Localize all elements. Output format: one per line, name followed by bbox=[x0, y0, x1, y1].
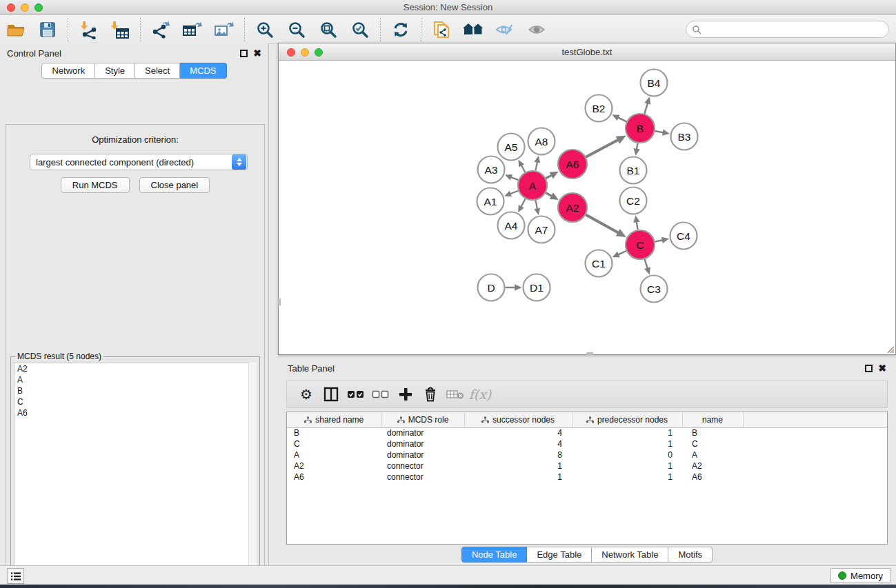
node-table[interactable]: shared nameMCDS rolesuccessor nodesprede… bbox=[286, 412, 888, 545]
column-header-name[interactable]: name bbox=[682, 412, 743, 427]
table-cell[interactable]: C bbox=[287, 438, 381, 449]
list-scrollbar[interactable] bbox=[248, 363, 257, 588]
table-cell[interactable]: 1 bbox=[464, 460, 572, 472]
network-close-button[interactable] bbox=[287, 48, 295, 57]
table-cell[interactable]: connector bbox=[381, 460, 464, 472]
mcds-result-list[interactable]: A2ABCA6 bbox=[14, 363, 257, 588]
edge-A-A2[interactable] bbox=[546, 193, 552, 196]
export-table-button[interactable] bbox=[181, 18, 204, 41]
table-cell[interactable]: 1 bbox=[464, 472, 572, 483]
edge-A-A6[interactable] bbox=[546, 175, 552, 179]
edge-B-B4[interactable] bbox=[644, 103, 648, 113]
select-all-columns-button[interactable] bbox=[344, 383, 368, 405]
table-cell[interactable]: A bbox=[682, 449, 743, 460]
edge-C-C2[interactable] bbox=[637, 221, 638, 230]
delete-columns-button[interactable] bbox=[418, 383, 443, 405]
table-cell[interactable]: A6 bbox=[287, 472, 381, 483]
tab-style[interactable]: Style bbox=[95, 63, 135, 79]
network-minimize-button[interactable] bbox=[301, 48, 309, 57]
tab-network-table[interactable]: Network Table bbox=[592, 547, 668, 562]
hide-selected-button[interactable] bbox=[493, 18, 517, 41]
memory-button[interactable]: Memory bbox=[830, 568, 890, 583]
save-session-button[interactable] bbox=[36, 18, 59, 41]
mcds-result-item[interactable]: A bbox=[14, 374, 256, 385]
float-panel-icon[interactable] bbox=[240, 50, 248, 57]
edge-A-A8[interactable] bbox=[535, 162, 537, 171]
frame-resize-tick[interactable] bbox=[278, 298, 281, 305]
edge-A-A5[interactable] bbox=[521, 165, 526, 172]
close-panel-button[interactable]: Close panel bbox=[139, 177, 210, 193]
zoom-in-button[interactable] bbox=[253, 18, 277, 41]
delete-table-button[interactable] bbox=[443, 383, 468, 405]
table-row[interactable]: A2connector11A2 bbox=[287, 460, 887, 472]
zoom-out-button[interactable] bbox=[285, 18, 308, 41]
resize-grip-icon[interactable] bbox=[885, 344, 895, 354]
column-header-successor-nodes[interactable]: successor nodes bbox=[464, 412, 572, 427]
table-cell[interactable]: 8 bbox=[464, 449, 572, 460]
table-cell[interactable]: 4 bbox=[464, 427, 572, 438]
search-input[interactable] bbox=[686, 21, 889, 38]
table-cell[interactable]: dominator bbox=[381, 427, 464, 438]
edge-A6-B[interactable] bbox=[586, 140, 618, 157]
mcds-result-item[interactable]: C bbox=[14, 396, 256, 407]
add-column-button[interactable] bbox=[393, 383, 418, 405]
column-header-MCDS-role[interactable]: MCDS role bbox=[381, 412, 464, 427]
column-header-shared-name[interactable]: shared name bbox=[287, 412, 381, 427]
tab-motifs[interactable]: Motifs bbox=[668, 547, 713, 562]
zoom-fit-button[interactable] bbox=[317, 18, 340, 41]
table-settings-button[interactable]: ⚙ bbox=[294, 383, 319, 405]
tab-mcds[interactable]: MCDS bbox=[180, 63, 226, 79]
table-row[interactable]: A6connector11A6 bbox=[287, 472, 887, 483]
tab-select[interactable]: Select bbox=[135, 63, 180, 79]
edge-A-A3[interactable] bbox=[510, 177, 518, 180]
close-window-button[interactable] bbox=[7, 3, 15, 12]
open-session-button[interactable] bbox=[4, 18, 28, 41]
duplicate-network-button[interactable] bbox=[430, 18, 453, 41]
function-builder-button[interactable]: f(x) bbox=[468, 383, 492, 405]
table-cell[interactable]: connector bbox=[381, 472, 464, 483]
zoom-selected-button[interactable] bbox=[348, 18, 372, 41]
table-cell[interactable]: B bbox=[682, 427, 743, 438]
table-cell[interactable]: 1 bbox=[572, 427, 682, 438]
refresh-button[interactable] bbox=[389, 18, 412, 41]
import-table-button[interactable] bbox=[108, 18, 132, 41]
edge-A2-C[interactable] bbox=[586, 215, 618, 233]
table-cell[interactable]: dominator bbox=[381, 449, 464, 460]
table-row[interactable]: Adominator80A bbox=[287, 449, 887, 460]
close-panel-icon[interactable]: ✖ bbox=[878, 365, 886, 372]
edge-B-B3[interactable] bbox=[655, 131, 664, 132]
edge-B-B2[interactable] bbox=[618, 117, 626, 121]
tab-network[interactable]: Network bbox=[41, 63, 95, 79]
table-cell[interactable]: A6 bbox=[682, 472, 743, 483]
export-network-button[interactable] bbox=[149, 18, 172, 41]
edge-C-C4[interactable] bbox=[655, 240, 663, 241]
mcds-result-item[interactable]: A6 bbox=[14, 407, 256, 418]
table-cell[interactable]: C bbox=[682, 438, 743, 449]
tab-node-table[interactable]: Node Table bbox=[461, 547, 528, 562]
mcds-result-item[interactable]: B bbox=[14, 385, 256, 396]
edge-B-B1[interactable] bbox=[637, 143, 637, 150]
frame-resize-tick[interactable] bbox=[586, 352, 593, 355]
table-cell[interactable]: 1 bbox=[572, 438, 682, 449]
task-history-button[interactable] bbox=[7, 568, 24, 584]
table-cell[interactable]: A2 bbox=[682, 460, 743, 472]
table-cell[interactable]: 1 bbox=[572, 460, 682, 472]
zoom-window-button[interactable] bbox=[34, 3, 43, 12]
home-button[interactable] bbox=[461, 18, 485, 41]
column-header-predecessor-nodes[interactable]: predecessor nodes bbox=[572, 412, 682, 427]
edge-A-A1[interactable] bbox=[510, 191, 518, 194]
import-network-button[interactable] bbox=[77, 18, 100, 41]
show-all-button[interactable] bbox=[525, 18, 548, 41]
table-cell[interactable]: A bbox=[287, 449, 381, 460]
network-window-titlebar[interactable]: testGlobe.txt bbox=[279, 43, 895, 61]
edge-C-C1[interactable] bbox=[618, 251, 626, 254]
edge-C-C3[interactable] bbox=[645, 259, 648, 269]
table-cell[interactable]: 4 bbox=[464, 438, 572, 449]
table-row[interactable]: Cdominator41C bbox=[287, 438, 887, 449]
network-zoom-button[interactable] bbox=[315, 48, 323, 57]
table-cell[interactable]: A2 bbox=[287, 460, 381, 472]
mcds-result-item[interactable]: A2 bbox=[14, 363, 256, 374]
export-image-button[interactable] bbox=[212, 18, 236, 41]
table-cell[interactable]: B bbox=[287, 427, 381, 438]
table-cell[interactable]: dominator bbox=[381, 438, 464, 449]
